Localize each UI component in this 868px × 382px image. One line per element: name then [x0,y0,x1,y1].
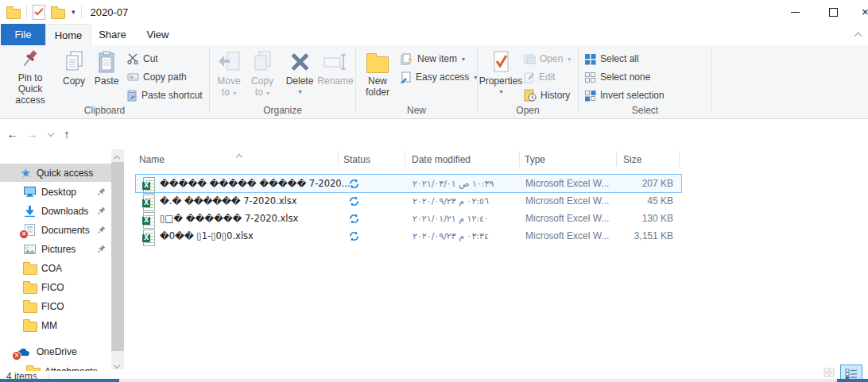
excel-file-icon: X [142,195,155,207]
sidebar-item-pictures[interactable]: Pictures [0,240,111,258]
file-row[interactable]: X �0�� ▯1-▯0▯0.xlsx ٢٠٢٠/٠٩/٢٣ م ٠٣:٣٤ M… [135,226,682,245]
copy-label: Copy [63,75,85,87]
select-all-button[interactable]: Select all [584,50,639,68]
separator [26,6,27,18]
sidebar-item-quick-access[interactable]: ★ Quick access [0,164,111,182]
file-name: �0�� ▯1-▯0▯0.xlsx [160,227,254,245]
sidebar-item-attachments[interactable]: Attachments [0,362,111,371]
paste-shortcut-button[interactable]: Paste shortcut [127,87,203,104]
large-icons-view-button[interactable] [819,365,839,380]
pin-icon [98,187,106,195]
invert-selection-button[interactable]: Invert selection [584,87,665,104]
sidebar-item-downloads[interactable]: Downloads [0,202,111,220]
column-header-size[interactable]: Size [623,149,641,170]
back-button[interactable]: ← [3,124,22,143]
qat-properties-button[interactable] [33,5,45,20]
delete-x-icon [289,48,310,75]
column-header-name[interactable]: Name [139,149,165,170]
window-title: 2020-07 [91,6,129,18]
minimize-button[interactable] [779,0,811,24]
sidebar-item-fico-2[interactable]: FICO [0,297,111,315]
copy-to-button[interactable]: Copy to ▾ [246,48,278,102]
column-header-date-modified[interactable]: Date modified [412,149,471,170]
new-item-button[interactable]: New item ▾ [401,50,465,68]
column-divider[interactable] [679,151,680,167]
file-row[interactable]: X ����� ����� ����� 7-2020.... ٢٠٢١/٠٣/٠… [135,174,682,193]
svg-text:w...: w... [130,74,138,79]
file-name: ▯□� ������ 7-2020.xlsx [160,210,298,227]
move-to-button[interactable]: Move to ▾ [213,48,245,102]
file-row[interactable]: X �.� ������ 7-2020.xlsx ٢٠٢٠/٠٩/٢٣ م ٠٢… [135,191,682,210]
invert-selection-label: Invert selection [600,90,665,101]
sidebar-item-onedrive[interactable]: OneDrive [0,342,111,361]
file-row[interactable]: X ▯□� ������ 7-2020.xlsx ٢٠٢١/٠١/٢١ م ١٢… [135,209,682,228]
select-all-icon [584,53,596,65]
ribbon-group-select: Select all Select none Invert selection … [579,45,711,118]
up-button[interactable]: ↑ [57,124,76,143]
select-none-button[interactable]: Select none [584,68,650,86]
clipboard-group-label: Clipboard [0,105,209,116]
new-folder-label: New folder [359,75,396,98]
ribbon-group-open: Properties ▾ Open ▾ Edit History Open [478,45,578,118]
file-size: 45 KB [618,192,673,210]
column-header-type[interactable]: Type [525,149,545,170]
maximize-button[interactable] [817,0,849,24]
properties-icon [492,48,510,75]
open-button[interactable]: Open ▾ [524,50,571,68]
forward-button[interactable]: → [22,124,41,143]
delete-button[interactable]: Delete ▾ [283,48,316,102]
sidebar-item-mm[interactable]: MM [0,316,111,334]
properties-button[interactable]: Properties ▾ [481,48,521,102]
copy-path-label: Copy path [143,71,187,83]
qat-new-folder-button[interactable] [51,9,65,19]
sidebar-item-desktop[interactable]: Desktop [0,183,111,201]
new-folder-icon [366,48,389,75]
file-name: ����� ����� ����� 7-2020.... [160,175,353,192]
qat-customize-dropdown[interactable]: ▾ [72,8,76,16]
close-button[interactable]: × [855,0,868,24]
dropdown-caret: ▾ [462,56,465,63]
dropdown-caret: ▾ [568,56,571,63]
easy-access-button[interactable]: Easy access ▾ [401,68,477,86]
sidebar-item-label: FICO [41,301,64,312]
paste-button[interactable]: Paste [91,48,122,102]
column-header-status[interactable]: Status [343,149,370,170]
column-divider[interactable] [405,151,405,167]
sidebar-item-fico[interactable]: FICO [0,278,111,296]
scroll-down-icon[interactable] [114,359,119,370]
edit-button[interactable]: Edit [524,68,556,86]
scrollbar-thumb[interactable] [111,162,124,351]
copy-button[interactable]: Copy [59,48,89,102]
folder-icon [23,299,37,313]
sidebar-scrollbar[interactable] [111,149,124,369]
copy-icon [64,48,84,75]
tab-share[interactable]: Share [90,24,135,45]
select-all-label: Select all [600,53,639,64]
column-divider[interactable] [616,151,617,167]
copy-path-button[interactable]: w... Copy path [127,68,187,86]
pin-to-quick-access-button[interactable]: Pin to Quick access [5,48,56,102]
ribbon: Pin to Quick access Copy Paste Cut w... [0,45,868,119]
onedrive-sync-icon [346,192,362,210]
rename-button[interactable]: Rename [316,48,355,102]
sidebar-item-coa[interactable]: COA [0,259,111,277]
excel-file-icon: X [142,230,155,242]
downloads-icon [23,204,37,218]
tab-home[interactable]: Home [45,24,91,46]
tab-view[interactable]: View [135,24,180,45]
cut-button[interactable]: Cut [127,50,158,68]
sync-error-badge [19,230,29,239]
tab-file[interactable]: File [1,24,45,45]
invert-selection-icon [584,90,596,102]
scissors-icon [127,53,139,64]
column-divider[interactable] [519,151,520,167]
sidebar-item-label: COA [41,263,62,274]
sidebar-item-documents[interactable]: Documents [0,221,111,239]
minimize-ribbon-icon[interactable] [854,33,862,41]
folder-icon [23,261,37,275]
copy-to-label: Copy to ▾ [246,75,278,99]
new-folder-button[interactable]: New folder [359,48,396,102]
properties-dropdown-caret: ▾ [499,87,502,98]
history-button[interactable]: History [524,87,570,104]
column-divider[interactable] [338,151,339,167]
